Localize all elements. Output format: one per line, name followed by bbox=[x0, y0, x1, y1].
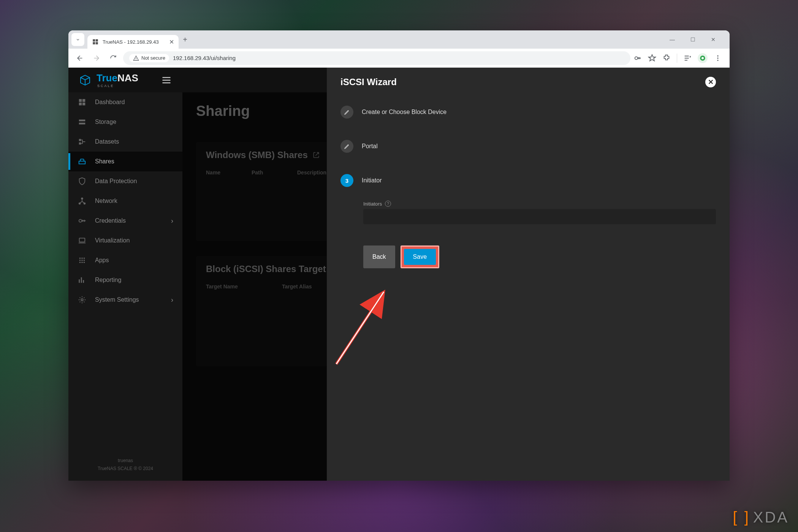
sidebar-item-apps[interactable]: Apps bbox=[68, 250, 182, 270]
close-icon[interactable]: ✕ bbox=[169, 38, 174, 46]
reload-button[interactable] bbox=[106, 51, 120, 65]
url-text: 192.168.29.43/ui/sharing bbox=[173, 55, 236, 61]
save-button[interactable]: Save bbox=[404, 249, 436, 265]
network-icon bbox=[78, 196, 87, 206]
svg-line-43 bbox=[336, 292, 384, 364]
svg-rect-22 bbox=[79, 103, 82, 105]
wizard-title: iSCSI Wizard bbox=[340, 77, 397, 87]
svg-point-10 bbox=[717, 57, 718, 59]
svg-point-41 bbox=[84, 262, 85, 263]
sidebar-item-data-protection[interactable]: Data Protection bbox=[68, 171, 182, 191]
sidebar-item-system-settings[interactable]: System Settings› bbox=[68, 290, 182, 310]
sidebar-label: Apps bbox=[95, 257, 109, 264]
minimize-button[interactable]: — bbox=[667, 34, 678, 45]
close-window-button[interactable]: ✕ bbox=[708, 34, 719, 45]
browser-window: TrueNAS - 192.168.29.43 ✕ + — ☐ ✕ Not se… bbox=[68, 30, 730, 481]
svg-point-40 bbox=[81, 262, 83, 263]
chevron-right-icon: › bbox=[171, 217, 173, 225]
toolbar-icons bbox=[633, 53, 725, 63]
svg-point-5 bbox=[136, 59, 136, 60]
sidebar-item-shares[interactable]: Shares bbox=[68, 152, 182, 171]
maximize-button[interactable]: ☐ bbox=[687, 34, 698, 45]
browser-tab[interactable]: TrueNAS - 192.168.29.43 ✕ bbox=[87, 35, 179, 49]
chevron-down-icon bbox=[75, 37, 81, 42]
gear-icon bbox=[78, 295, 87, 304]
security-pill[interactable]: Not secure bbox=[129, 54, 169, 62]
apps-icon bbox=[78, 256, 87, 265]
window-controls: — ☐ ✕ bbox=[667, 34, 727, 45]
sidebar-item-credentials[interactable]: Credentials› bbox=[68, 211, 182, 231]
svg-point-8 bbox=[701, 57, 704, 59]
new-tab-button[interactable]: + bbox=[179, 33, 192, 46]
dashboard-icon bbox=[78, 98, 87, 107]
sidebar-label: Credentials bbox=[95, 217, 126, 224]
truenas-app: TrueNAS SCALE iX systems® admin D bbox=[68, 68, 730, 481]
url-field[interactable]: Not secure 192.168.29.43/ui/sharing bbox=[123, 51, 630, 65]
initiators-input[interactable] bbox=[363, 209, 716, 224]
sidebar-label: Virtualization bbox=[95, 237, 130, 244]
sidebar-item-storage[interactable]: Storage bbox=[68, 112, 182, 132]
logo-nas: NAS bbox=[117, 72, 138, 84]
xda-watermark: [ ]XDA bbox=[733, 509, 789, 526]
field-label: Initiators bbox=[363, 201, 382, 207]
wizard-buttons: Back Save bbox=[363, 245, 716, 268]
hamburger-icon bbox=[161, 75, 172, 86]
footer-version: TrueNAS SCALE ® © 2024 bbox=[68, 465, 182, 473]
truenas-logo-mark-icon bbox=[78, 74, 93, 86]
back-button[interactable] bbox=[73, 51, 87, 65]
wizard-close-button[interactable]: ✕ bbox=[705, 77, 716, 87]
sidebar-item-network[interactable]: Network bbox=[68, 191, 182, 211]
sidebar-label: Reporting bbox=[95, 277, 121, 283]
wizard-step-2[interactable]: Portal bbox=[340, 140, 716, 153]
shield-icon bbox=[78, 177, 87, 186]
profile-avatar-icon[interactable] bbox=[698, 53, 708, 63]
sidebar-item-dashboard[interactable]: Dashboard bbox=[68, 92, 182, 112]
svg-point-39 bbox=[79, 262, 81, 263]
arrow-left-icon bbox=[76, 54, 84, 62]
extensions-icon[interactable] bbox=[662, 54, 671, 62]
step-number: 3 bbox=[340, 174, 353, 187]
sidebar-label: Network bbox=[95, 198, 117, 204]
logo-scale: SCALE bbox=[97, 84, 138, 88]
chevron-right-icon: › bbox=[171, 296, 173, 304]
watermark-text: XDA bbox=[753, 509, 789, 526]
warning-icon bbox=[133, 55, 139, 61]
step-label: Portal bbox=[362, 143, 378, 150]
truenas-logo[interactable]: TrueNAS SCALE bbox=[78, 72, 138, 88]
bookmark-icon[interactable] bbox=[648, 54, 656, 62]
iscsi-wizard-panel: iSCSI Wizard ✕ Create or Choose Block De… bbox=[327, 68, 730, 481]
svg-rect-24 bbox=[79, 120, 86, 122]
pencil-icon bbox=[340, 106, 353, 119]
wizard-step-1[interactable]: Create or Choose Block Device bbox=[340, 106, 716, 119]
browser-address-bar: Not secure 192.168.29.43/ui/sharing bbox=[68, 49, 730, 68]
svg-point-28 bbox=[81, 198, 83, 200]
svg-point-35 bbox=[84, 258, 85, 259]
wizard-step-3: 3 Initiator bbox=[340, 174, 716, 187]
sidebar-label: Datasets bbox=[95, 138, 119, 145]
laptop-icon bbox=[78, 236, 87, 245]
sidebar-item-reporting[interactable]: Reporting bbox=[68, 270, 182, 290]
logo-true: True bbox=[97, 72, 117, 84]
tab-search-dropdown[interactable] bbox=[71, 33, 84, 46]
sidebar-label: System Settings bbox=[95, 296, 139, 303]
shares-icon bbox=[78, 157, 87, 166]
password-icon[interactable] bbox=[633, 54, 642, 62]
step-label: Initiator bbox=[362, 177, 382, 184]
reading-list-icon[interactable] bbox=[683, 54, 692, 62]
svg-rect-0 bbox=[93, 39, 95, 41]
svg-point-6 bbox=[635, 57, 638, 59]
sidebar-toggle-button[interactable] bbox=[161, 75, 172, 86]
svg-point-37 bbox=[81, 260, 83, 261]
help-icon[interactable]: ? bbox=[385, 201, 391, 207]
forward-button[interactable] bbox=[90, 51, 103, 65]
browser-menu-icon[interactable] bbox=[714, 54, 722, 62]
back-button[interactable]: Back bbox=[363, 245, 395, 268]
sidebar: Dashboard Storage Datasets Shares Data P… bbox=[68, 92, 182, 481]
sidebar-item-datasets[interactable]: Datasets bbox=[68, 132, 182, 152]
svg-point-42 bbox=[81, 299, 83, 301]
sidebar-item-virtualization[interactable]: Virtualization bbox=[68, 231, 182, 250]
reload-icon bbox=[109, 54, 117, 62]
arrow-right-icon bbox=[93, 54, 100, 62]
svg-point-36 bbox=[79, 260, 81, 261]
svg-rect-2 bbox=[93, 42, 95, 44]
